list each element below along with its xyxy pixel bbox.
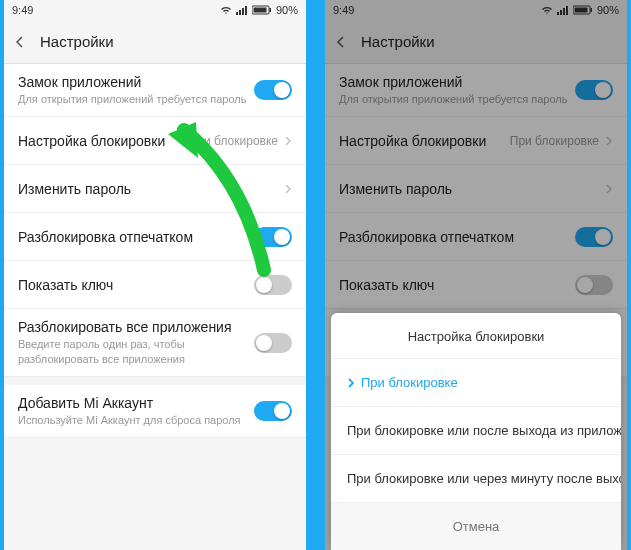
screenshot-right: 9:49 90% Настройки Замок приложений Для … [325, 0, 627, 550]
signal-icon [236, 5, 248, 15]
cancel-button[interactable]: Отмена [331, 502, 621, 550]
svg-rect-0 [236, 12, 238, 15]
value: При блокировке [189, 134, 278, 148]
wifi-icon [220, 5, 232, 15]
chevron-right-icon [284, 137, 292, 145]
svg-rect-1 [239, 10, 241, 15]
row-fingerprint[interactable]: Разблокировка отпечатком [4, 213, 306, 261]
back-icon[interactable] [14, 36, 26, 48]
option-on-lock-or-minute[interactable]: При блокировке или через минуту после вы… [331, 454, 621, 502]
option-label: При блокировке или после выхода из прило… [347, 423, 621, 438]
sublabel: Введите пароль один раз, чтобы разблокир… [18, 337, 254, 366]
label: Добавить Mi Аккаунт [18, 395, 254, 411]
option-on-lock[interactable]: При блокировке [331, 358, 621, 406]
label: Показать ключ [18, 277, 254, 293]
screenshot-left: 9:49 90% Настройки Замок приложений Для … [4, 0, 306, 550]
sublabel: Используйте Mi Аккаунт для сброса пароля [18, 413, 254, 427]
toggle-unlock-all[interactable] [254, 333, 292, 353]
svg-rect-2 [242, 8, 244, 15]
battery-icon [252, 5, 272, 15]
option-on-lock-or-exit[interactable]: При блокировке или после выхода из прило… [331, 406, 621, 454]
row-change-password[interactable]: Изменить пароль [4, 165, 306, 213]
chevron-right-icon [284, 185, 292, 193]
label: Разблокировать все приложения [18, 319, 254, 335]
status-time: 9:49 [12, 4, 33, 16]
row-app-lock[interactable]: Замок приложений Для открытия приложений… [4, 64, 306, 117]
row-unlock-all[interactable]: Разблокировать все приложения Введите па… [4, 309, 306, 377]
row-mi-account[interactable]: Добавить Mi Аккаунт Используйте Mi Аккау… [4, 385, 306, 438]
status-bar: 9:49 90% [4, 0, 306, 20]
option-label: При блокировке [361, 375, 458, 390]
toggle-fingerprint[interactable] [254, 227, 292, 247]
settings-list: Замок приложений Для открытия приложений… [4, 64, 306, 438]
sheet-title: Настройка блокировки [331, 313, 621, 358]
toggle-show-key[interactable] [254, 275, 292, 295]
chevron-right-icon [347, 378, 355, 388]
battery-percent: 90% [276, 4, 298, 16]
lock-setting-sheet: Настройка блокировки При блокировке При … [331, 313, 621, 550]
toggle-mi-account[interactable] [254, 401, 292, 421]
label: Настройка блокировки [18, 133, 189, 149]
svg-rect-3 [245, 6, 247, 15]
svg-rect-5 [253, 8, 266, 13]
label: Разблокировка отпечатком [18, 229, 254, 245]
cancel-label: Отмена [453, 519, 500, 534]
label: Замок приложений [18, 74, 254, 90]
page-title: Настройки [40, 33, 114, 50]
toggle-app-lock[interactable] [254, 80, 292, 100]
label: Изменить пароль [18, 181, 284, 197]
svg-rect-6 [269, 8, 271, 12]
option-label: При блокировке или через минуту после вы… [347, 471, 621, 486]
sublabel: Для открытия приложений требуется пароль [18, 92, 254, 106]
header: Настройки [4, 20, 306, 64]
row-lock-setting[interactable]: Настройка блокировки При блокировке [4, 117, 306, 165]
section-gap [4, 377, 306, 385]
status-icons: 90% [220, 4, 298, 16]
row-show-key[interactable]: Показать ключ [4, 261, 306, 309]
